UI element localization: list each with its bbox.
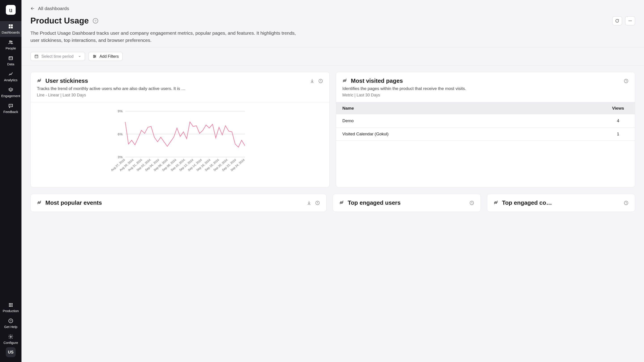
nav-label: Dashboards [2,31,20,34]
breadcrumb-back[interactable]: All dashboards [30,6,635,11]
line-chart-icon [37,200,42,206]
calendar-icon [34,54,39,59]
download-icon[interactable] [310,79,314,84]
nav-label: Production [3,309,19,313]
line-chart-icon [342,78,348,84]
col-name: Name [336,102,601,114]
nav-label: Data [7,62,14,66]
svg-rect-27 [35,55,38,58]
svg-text:9%: 9% [118,109,122,113]
card-title: Most visited pages [351,77,403,84]
nav-analytics[interactable]: Analytics [0,69,22,85]
database-icon [8,56,14,61]
apps-icon [8,302,14,308]
download-icon[interactable] [306,200,312,205]
cards-row-2: Most popular events Top engaged users [22,194,644,221]
gear-icon [8,334,14,339]
svg-rect-1 [11,24,13,26]
line-chart-icon [339,200,344,206]
svg-rect-2 [9,27,10,29]
card-title: Top engaged co… [502,199,552,206]
card-most-visited-pages: Most visited pages Identifies the pages … [336,72,635,187]
most-visited-table: Name Views Demo4Visited Calendar (Gokul)… [336,102,635,141]
app-logo[interactable]: u [6,5,16,15]
header: All dashboards Product Usage ? The Produ… [22,0,644,47]
nav-configure[interactable]: Configure [0,331,22,347]
filter-bar: Select time period Add Filters [22,47,644,66]
page-description: The Product Usage Dashboard tracks user … [30,30,299,44]
svg-rect-0 [9,24,10,26]
grid-icon [8,24,14,29]
card-top-engaged-companies: Top engaged co… [487,194,635,212]
card-title: Most popular events [46,199,102,206]
time-period-placeholder: Select time period [41,54,74,59]
breadcrumb-label: All dashboards [38,6,69,11]
main: All dashboards Product Usage ? The Produ… [22,0,644,362]
svg-rect-13 [10,303,11,304]
clock-icon[interactable] [624,200,628,205]
svg-point-35 [95,56,96,57]
svg-point-9 [10,105,10,106]
svg-rect-14 [12,303,12,304]
table-row[interactable]: Demo4 [336,114,635,128]
svg-point-8 [10,57,10,58]
svg-rect-17 [12,304,12,305]
table-row[interactable]: Visited Calendar (Gokul)1 [336,128,635,141]
svg-point-25 [630,21,630,21]
clock-icon[interactable] [315,200,320,205]
main-scroll: All dashboards Product Usage ? The Produ… [22,0,644,362]
sidebar: u Dashboards People Data Analytics Engag… [0,0,22,362]
line-chart-icon [37,78,42,84]
nav-get-help[interactable]: ? Get Help [0,315,22,331]
cell-name: Visited Calendar (Gokul) [336,128,601,141]
people-icon [8,40,14,45]
clock-icon[interactable] [469,200,474,205]
nav-data[interactable]: Data [0,53,22,69]
nav-production[interactable]: Production [0,299,22,315]
svg-point-24 [629,21,630,21]
nav-label: Configure [3,341,18,344]
nav-dashboards[interactable]: Dashboards [0,21,22,37]
nav-feedback[interactable]: Feedback [0,101,22,116]
nav-label: Feedback [3,110,18,114]
nav-engagement[interactable]: Engagement [0,85,22,101]
svg-point-36 [94,57,94,58]
svg-rect-18 [9,306,10,307]
svg-point-4 [10,41,11,42]
svg-text:?: ? [10,319,12,323]
svg-point-11 [11,105,12,106]
card-top-engaged-users: Top engaged users [333,194,481,212]
svg-rect-20 [12,306,12,307]
nav-label: Analytics [4,78,18,82]
card-meta: Metric | Last 30 Days [342,93,628,98]
svg-point-10 [10,105,11,106]
nav-label: Get Help [4,325,17,329]
nav-label: People [6,46,16,50]
help-tooltip-icon[interactable]: ? [93,18,98,24]
title-row: Product Usage ? [30,16,635,26]
card-subtitle: Identifies the pages within the product … [342,86,628,91]
svg-rect-19 [10,306,11,307]
svg-point-23 [10,336,12,337]
title-actions [612,16,635,25]
svg-rect-3 [11,27,13,29]
col-views: Views [601,102,635,114]
clock-icon[interactable] [624,79,628,84]
cell-views: 4 [601,114,635,128]
arrow-left-icon [30,6,35,11]
svg-point-26 [631,21,632,21]
time-period-select[interactable]: Select time period [30,52,85,61]
add-filters-label: Add Filters [100,54,119,59]
refresh-button[interactable] [612,16,622,25]
user-avatar[interactable]: US [6,347,16,357]
svg-rect-12 [9,303,10,304]
svg-text:3%: 3% [118,155,122,159]
more-button[interactable] [625,16,635,25]
chart-line-icon [8,71,14,77]
add-filters-button[interactable]: Add Filters [88,52,122,61]
clock-icon[interactable] [318,79,323,84]
svg-point-34 [94,55,94,56]
cell-views: 1 [601,128,635,141]
nav-people[interactable]: People [0,37,22,53]
svg-rect-15 [9,304,10,305]
